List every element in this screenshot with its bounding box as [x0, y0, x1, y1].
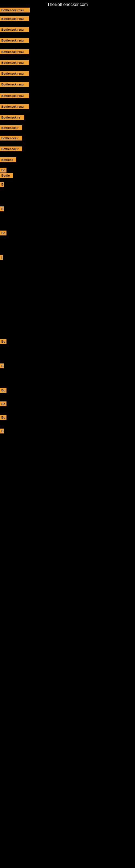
bottleneck-item-1[interactable]: Bottleneck resu — [0, 8, 30, 12]
bottleneck-item-5[interactable]: Bottleneck resu — [0, 50, 29, 54]
bottleneck-item-4[interactable]: Bottleneck resu — [0, 38, 29, 43]
bottleneck-item-20[interactable]: Bo — [0, 230, 6, 236]
bottleneck-item-14[interactable]: Bottleneck r — [0, 147, 22, 151]
bottleneck-item-11[interactable]: Bottleneck re — [0, 115, 24, 120]
bottleneck-item-26[interactable]: Bo — [0, 415, 6, 420]
bottleneck-item-3[interactable]: Bottleneck resu — [0, 27, 29, 32]
bottleneck-item-9[interactable]: Bottleneck resu — [0, 93, 29, 98]
bottleneck-item-10[interactable]: Bottleneck resu — [0, 104, 29, 109]
bottleneck-item-15[interactable]: Bottlene — [0, 157, 16, 162]
bottleneck-item-23[interactable]: B — [0, 364, 4, 368]
bottleneck-item-8[interactable]: Bottleneck resu — [0, 82, 29, 87]
bottleneck-item-2[interactable]: Bottleneck resu — [0, 16, 29, 21]
bottleneck-item-19[interactable]: B — [0, 207, 4, 211]
bottleneck-item-24[interactable]: Bo — [0, 388, 6, 393]
bottleneck-item-7[interactable]: Bottleneck resu — [0, 71, 29, 76]
bottleneck-item-16[interactable]: Bo — [0, 167, 6, 173]
bottleneck-item-22[interactable]: Bo — [0, 339, 6, 344]
bottleneck-item-6[interactable]: Bottleneck resu — [0, 60, 29, 65]
bottleneck-item-21[interactable]: | — [0, 255, 3, 260]
bottleneck-item-17[interactable]: Bottle — [0, 173, 13, 178]
bottleneck-item-12[interactable]: Bottleneck r — [0, 125, 22, 130]
bottleneck-item-25[interactable]: Bo — [0, 401, 6, 406]
bottleneck-item-27[interactable]: B — [0, 429, 4, 433]
bottleneck-item-13[interactable]: Bottleneck r — [0, 135, 22, 141]
bottleneck-item-18[interactable]: B — [0, 182, 4, 187]
